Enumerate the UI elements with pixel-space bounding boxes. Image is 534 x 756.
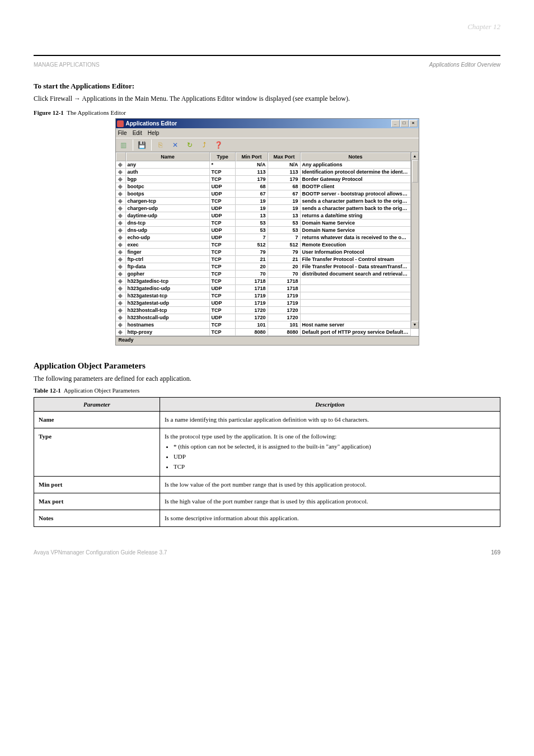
cell-maxport: 1719 <box>268 292 301 300</box>
cell-type: TCP <box>210 321 236 329</box>
grid-header-maxport[interactable]: Max Port <box>268 152 301 161</box>
param-desc: Is the low value of the port number rang… <box>160 477 500 493</box>
cell-minport: 1718 <box>236 278 268 285</box>
maximize-button[interactable]: □ <box>400 120 409 127</box>
cell-type: * <box>210 161 236 169</box>
cell-maxport: 79 <box>268 249 301 256</box>
grid-header-name[interactable]: Name <box>126 152 210 161</box>
row-icon: ◈ <box>116 321 126 329</box>
grid-header-notes[interactable]: Notes <box>301 152 411 161</box>
cell-minport: 101 <box>236 321 268 329</box>
cell-name[interactable]: h323hostcall-tcp <box>126 307 210 314</box>
breadcrumb-topic: Applications Editor Overview <box>429 62 500 68</box>
cell-name[interactable]: h323gatedisc-tcp <box>126 278 210 285</box>
cell-maxport: 68 <box>268 183 301 190</box>
param-desc: Is some descriptive information about th… <box>160 510 500 527</box>
param-name: Max port <box>34 493 160 510</box>
parameters-table: Parameter Description Name Is a name ide… <box>34 397 500 527</box>
scroll-up-icon[interactable]: ▲ <box>411 152 419 160</box>
copy-icon[interactable]: ⎘ <box>155 139 166 151</box>
cell-minport: 19 <box>236 205 268 212</box>
cell-name[interactable]: echo-udp <box>126 234 210 241</box>
row-icon: ◈ <box>116 241 126 249</box>
delete-icon[interactable]: ✕ <box>170 139 181 151</box>
menu-file[interactable]: File <box>118 130 127 136</box>
row-icon: ◈ <box>116 263 126 270</box>
cell-minport: 1720 <box>236 307 268 314</box>
export-icon[interactable]: ⤴ <box>199 139 210 151</box>
toolbar: ▥ 💾 ⎘ ✕ ↻ ⤴ ❓ <box>116 138 419 152</box>
cell-name[interactable]: ftp-ctrl <box>126 256 210 263</box>
minimize-button[interactable]: _ <box>391 120 400 127</box>
cell-name[interactable]: hostnames <box>126 321 210 329</box>
row-icon: ◈ <box>116 220 126 227</box>
cell-minport: 1718 <box>236 285 268 292</box>
cell-type: TCP <box>210 270 236 278</box>
cell-minport: 67 <box>236 190 268 198</box>
cell-maxport: 179 <box>268 176 301 183</box>
cell-name[interactable]: bgp <box>126 176 210 183</box>
intro-heading: To start the Applications Editor: <box>34 82 134 90</box>
help-icon[interactable]: ❓ <box>213 139 224 151</box>
row-icon: ◈ <box>116 307 126 314</box>
cell-name[interactable]: h323gatestat-udp <box>126 300 210 307</box>
cell-maxport: 1718 <box>268 285 301 292</box>
cell-name[interactable]: any <box>126 161 210 169</box>
cell-name[interactable]: h323gatedisc-udp <box>126 285 210 292</box>
cell-name[interactable]: exec <box>126 241 210 249</box>
grid-header-type[interactable]: Type <box>210 152 236 161</box>
cell-notes <box>301 285 411 292</box>
cell-maxport: 70 <box>268 270 301 278</box>
cell-name[interactable]: ftp-data <box>126 263 210 270</box>
cell-name[interactable]: finger <box>126 249 210 256</box>
cell-maxport: 113 <box>268 169 301 176</box>
cell-minport: 1720 <box>236 314 268 321</box>
cell-notes <box>301 292 411 300</box>
menu-edit[interactable]: Edit <box>133 130 142 136</box>
cell-name[interactable]: bootpc <box>126 183 210 190</box>
cell-name[interactable]: auth <box>126 169 210 176</box>
cell-maxport: 1719 <box>268 300 301 307</box>
applications-grid: NameTypeMin PortMax PortNotes▲▼◈any*N/AN… <box>116 152 419 336</box>
scroll-thumb[interactable] <box>412 160 418 183</box>
cell-name[interactable]: h323hostcall-udp <box>126 314 210 321</box>
cell-minport: 19 <box>236 198 268 205</box>
cell-notes: Default port of HTTP proxy service Defau… <box>301 329 411 336</box>
cell-name[interactable]: daytime-udp <box>126 212 210 220</box>
cell-name[interactable]: http-proxy <box>126 329 210 336</box>
cell-name[interactable]: dns-tcp <box>126 220 210 227</box>
list-item: * (this option can not be selected, it i… <box>174 442 495 451</box>
new-icon[interactable]: ▥ <box>118 139 129 151</box>
cell-name[interactable]: chargen-udp <box>126 205 210 212</box>
cell-name[interactable]: bootps <box>126 190 210 198</box>
row-icon: ◈ <box>116 176 126 183</box>
row-icon: ◈ <box>116 227 126 234</box>
row-icon: ◈ <box>116 249 126 256</box>
scroll-down-icon[interactable]: ▼ <box>411 321 419 329</box>
cell-name[interactable]: chargen-tcp <box>126 198 210 205</box>
intro-text: Click Firewall → Applications in the Mai… <box>34 94 500 104</box>
param-name: Name <box>34 412 160 428</box>
refresh-icon[interactable]: ↻ <box>184 139 195 151</box>
cell-minport: 79 <box>236 249 268 256</box>
row-icon: ◈ <box>116 292 126 300</box>
param-name: Min port <box>34 477 160 493</box>
cell-minport: 8080 <box>236 329 268 336</box>
cell-type: TCP <box>210 263 236 270</box>
table-row: Type Is the protocol type used by the ap… <box>34 428 500 477</box>
grid-header-minport[interactable]: Min Port <box>236 152 268 161</box>
menu-help[interactable]: Help <box>148 130 160 136</box>
table-title: Application Object Parameters <box>64 387 140 394</box>
save-icon[interactable]: 💾 <box>137 139 148 151</box>
cell-maxport: 1718 <box>268 278 301 285</box>
cell-type: TCP <box>210 241 236 249</box>
close-button[interactable]: × <box>409 120 418 127</box>
cell-name[interactable]: h323gatestat-tcp <box>126 292 210 300</box>
status-bar: Ready <box>116 336 419 345</box>
cell-name[interactable]: dns-udp <box>126 227 210 234</box>
cell-type: UDP <box>210 285 236 292</box>
cell-name[interactable]: gopher <box>126 270 210 278</box>
cell-minport: 1719 <box>236 300 268 307</box>
cell-minport: 53 <box>236 220 268 227</box>
scrollbar[interactable]: ▲▼ <box>411 152 419 329</box>
